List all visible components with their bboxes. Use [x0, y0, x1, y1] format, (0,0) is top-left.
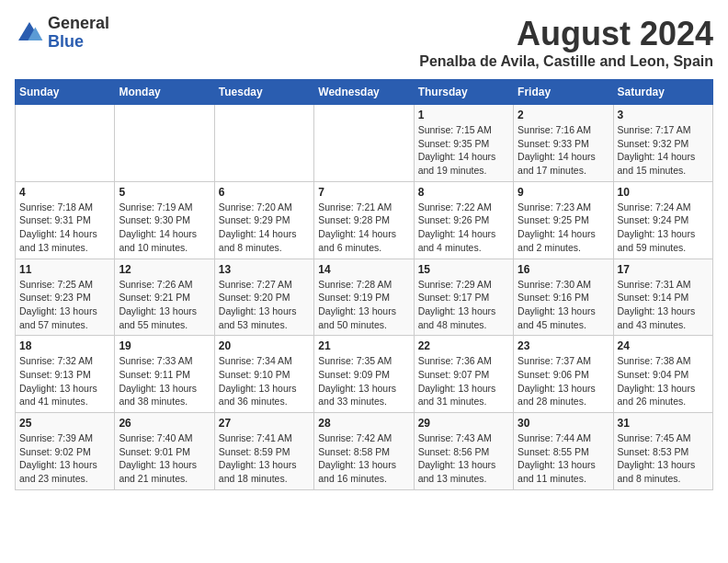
- calendar-cell: 16Sunrise: 7:30 AM Sunset: 9:16 PM Dayli…: [514, 259, 613, 336]
- day-detail: Sunrise: 7:22 AM Sunset: 9:26 PM Dayligh…: [418, 201, 509, 255]
- day-number: 7: [318, 186, 409, 199]
- day-detail: Sunrise: 7:29 AM Sunset: 9:17 PM Dayligh…: [418, 278, 509, 332]
- calendar-cell: 20Sunrise: 7:34 AM Sunset: 9:10 PM Dayli…: [214, 336, 313, 413]
- calendar-cell: 3Sunrise: 7:17 AM Sunset: 9:32 PM Daylig…: [613, 105, 712, 182]
- day-detail: Sunrise: 7:19 AM Sunset: 9:30 PM Dayligh…: [119, 201, 210, 255]
- day-number: 26: [119, 417, 210, 430]
- calendar-cell: 21Sunrise: 7:35 AM Sunset: 9:09 PM Dayli…: [314, 336, 414, 413]
- day-number: 2: [518, 109, 609, 121]
- calendar-week-row: 18Sunrise: 7:32 AM Sunset: 9:13 PM Dayli…: [16, 336, 713, 413]
- calendar-cell: 15Sunrise: 7:29 AM Sunset: 9:17 PM Dayli…: [414, 259, 513, 336]
- col-header-thursday: Thursday: [414, 80, 513, 105]
- calendar-cell: 9Sunrise: 7:23 AM Sunset: 9:25 PM Daylig…: [514, 181, 613, 259]
- calendar-week-row: 4Sunrise: 7:18 AM Sunset: 9:31 PM Daylig…: [16, 181, 713, 259]
- day-detail: Sunrise: 7:17 AM Sunset: 9:32 PM Dayligh…: [618, 123, 709, 178]
- calendar-cell: 10Sunrise: 7:24 AM Sunset: 9:24 PM Dayli…: [613, 181, 712, 259]
- day-detail: Sunrise: 7:30 AM Sunset: 9:16 PM Dayligh…: [518, 278, 609, 332]
- logo: General Blue: [15, 15, 109, 52]
- day-number: 24: [618, 339, 709, 352]
- day-number: 13: [219, 263, 310, 276]
- day-number: 3: [618, 109, 709, 121]
- calendar-week-row: 1Sunrise: 7:15 AM Sunset: 9:35 PM Daylig…: [16, 105, 713, 182]
- title-area: August 2024 Penalba de Avila, Castille a…: [419, 15, 713, 70]
- day-number: 23: [518, 339, 609, 352]
- day-number: 5: [119, 186, 210, 199]
- calendar-cell: [16, 105, 115, 182]
- col-header-tuesday: Tuesday: [214, 80, 313, 105]
- day-number: 4: [19, 186, 110, 199]
- col-header-sunday: Sunday: [16, 80, 115, 105]
- day-number: 22: [418, 339, 509, 352]
- col-header-wednesday: Wednesday: [314, 80, 414, 105]
- calendar-cell: 5Sunrise: 7:19 AM Sunset: 9:30 PM Daylig…: [115, 181, 214, 259]
- calendar-cell: 22Sunrise: 7:36 AM Sunset: 9:07 PM Dayli…: [414, 336, 513, 413]
- calendar-week-row: 11Sunrise: 7:25 AM Sunset: 9:23 PM Dayli…: [16, 259, 713, 336]
- calendar-table: SundayMondayTuesdayWednesdayThursdayFrid…: [15, 79, 713, 490]
- calendar-cell: 17Sunrise: 7:31 AM Sunset: 9:14 PM Dayli…: [613, 259, 712, 336]
- day-number: 27: [219, 417, 310, 430]
- logo-line2: Blue: [48, 33, 109, 52]
- day-number: 18: [19, 339, 110, 352]
- calendar-cell: 27Sunrise: 7:41 AM Sunset: 8:59 PM Dayli…: [214, 413, 313, 490]
- day-detail: Sunrise: 7:15 AM Sunset: 9:35 PM Dayligh…: [418, 123, 509, 178]
- location-subtitle: Penalba de Avila, Castille and Leon, Spa…: [419, 53, 713, 70]
- day-detail: Sunrise: 7:42 AM Sunset: 8:58 PM Dayligh…: [318, 431, 409, 486]
- day-number: 21: [318, 339, 409, 352]
- day-number: 30: [518, 417, 609, 430]
- calendar-cell: 31Sunrise: 7:45 AM Sunset: 8:53 PM Dayli…: [613, 413, 712, 490]
- day-detail: Sunrise: 7:45 AM Sunset: 8:53 PM Dayligh…: [618, 431, 709, 486]
- day-number: 14: [318, 263, 409, 276]
- logo-text: General Blue: [48, 15, 109, 52]
- day-number: 16: [518, 263, 609, 276]
- calendar-cell: 2Sunrise: 7:16 AM Sunset: 9:33 PM Daylig…: [514, 105, 613, 182]
- day-detail: Sunrise: 7:18 AM Sunset: 9:31 PM Dayligh…: [19, 201, 110, 255]
- calendar-cell: [214, 105, 313, 182]
- day-detail: Sunrise: 7:31 AM Sunset: 9:14 PM Dayligh…: [618, 278, 709, 332]
- day-detail: Sunrise: 7:40 AM Sunset: 9:01 PM Dayligh…: [119, 431, 210, 486]
- day-number: 28: [318, 417, 409, 430]
- day-detail: Sunrise: 7:38 AM Sunset: 9:04 PM Dayligh…: [618, 354, 709, 408]
- calendar-cell: 19Sunrise: 7:33 AM Sunset: 9:11 PM Dayli…: [115, 336, 214, 413]
- calendar-cell: 30Sunrise: 7:44 AM Sunset: 8:55 PM Dayli…: [514, 413, 613, 490]
- day-detail: Sunrise: 7:28 AM Sunset: 9:19 PM Dayligh…: [318, 278, 409, 332]
- day-detail: Sunrise: 7:33 AM Sunset: 9:11 PM Dayligh…: [119, 354, 210, 408]
- day-detail: Sunrise: 7:36 AM Sunset: 9:07 PM Dayligh…: [418, 354, 509, 408]
- day-number: 11: [19, 263, 110, 276]
- day-detail: Sunrise: 7:26 AM Sunset: 9:21 PM Dayligh…: [119, 278, 210, 332]
- day-detail: Sunrise: 7:41 AM Sunset: 8:59 PM Dayligh…: [219, 431, 310, 486]
- day-number: 29: [418, 417, 509, 430]
- calendar-cell: [314, 105, 414, 182]
- day-number: 12: [119, 263, 210, 276]
- day-detail: Sunrise: 7:43 AM Sunset: 8:56 PM Dayligh…: [418, 431, 509, 486]
- col-header-friday: Friday: [514, 80, 613, 105]
- calendar-cell: 26Sunrise: 7:40 AM Sunset: 9:01 PM Dayli…: [115, 413, 214, 490]
- day-detail: Sunrise: 7:20 AM Sunset: 9:29 PM Dayligh…: [219, 201, 310, 255]
- day-number: 25: [19, 417, 110, 430]
- calendar-week-row: 25Sunrise: 7:39 AM Sunset: 9:02 PM Dayli…: [16, 413, 713, 490]
- col-header-saturday: Saturday: [613, 80, 712, 105]
- day-detail: Sunrise: 7:32 AM Sunset: 9:13 PM Dayligh…: [19, 354, 110, 408]
- day-number: 17: [618, 263, 709, 276]
- logo-line1: General: [48, 15, 109, 33]
- day-number: 8: [418, 186, 509, 199]
- calendar-cell: 6Sunrise: 7:20 AM Sunset: 9:29 PM Daylig…: [214, 181, 313, 259]
- calendar-cell: 12Sunrise: 7:26 AM Sunset: 9:21 PM Dayli…: [115, 259, 214, 336]
- calendar-cell: 23Sunrise: 7:37 AM Sunset: 9:06 PM Dayli…: [514, 336, 613, 413]
- day-number: 15: [418, 263, 509, 276]
- calendar-cell: 25Sunrise: 7:39 AM Sunset: 9:02 PM Dayli…: [16, 413, 115, 490]
- day-number: 9: [518, 186, 609, 199]
- day-detail: Sunrise: 7:24 AM Sunset: 9:24 PM Dayligh…: [618, 201, 709, 255]
- calendar-cell: [115, 105, 214, 182]
- day-detail: Sunrise: 7:39 AM Sunset: 9:02 PM Dayligh…: [19, 431, 110, 486]
- logo-icon: [15, 18, 44, 48]
- calendar-cell: 14Sunrise: 7:28 AM Sunset: 9:19 PM Dayli…: [314, 259, 414, 336]
- day-detail: Sunrise: 7:21 AM Sunset: 9:28 PM Dayligh…: [318, 201, 409, 255]
- main-title: August 2024: [419, 15, 713, 53]
- day-detail: Sunrise: 7:25 AM Sunset: 9:23 PM Dayligh…: [19, 278, 110, 332]
- day-detail: Sunrise: 7:34 AM Sunset: 9:10 PM Dayligh…: [219, 354, 310, 408]
- calendar-cell: 8Sunrise: 7:22 AM Sunset: 9:26 PM Daylig…: [414, 181, 513, 259]
- day-number: 1: [418, 109, 509, 121]
- day-number: 20: [219, 339, 310, 352]
- calendar-cell: 7Sunrise: 7:21 AM Sunset: 9:28 PM Daylig…: [314, 181, 414, 259]
- calendar-header-row: SundayMondayTuesdayWednesdayThursdayFrid…: [16, 80, 713, 105]
